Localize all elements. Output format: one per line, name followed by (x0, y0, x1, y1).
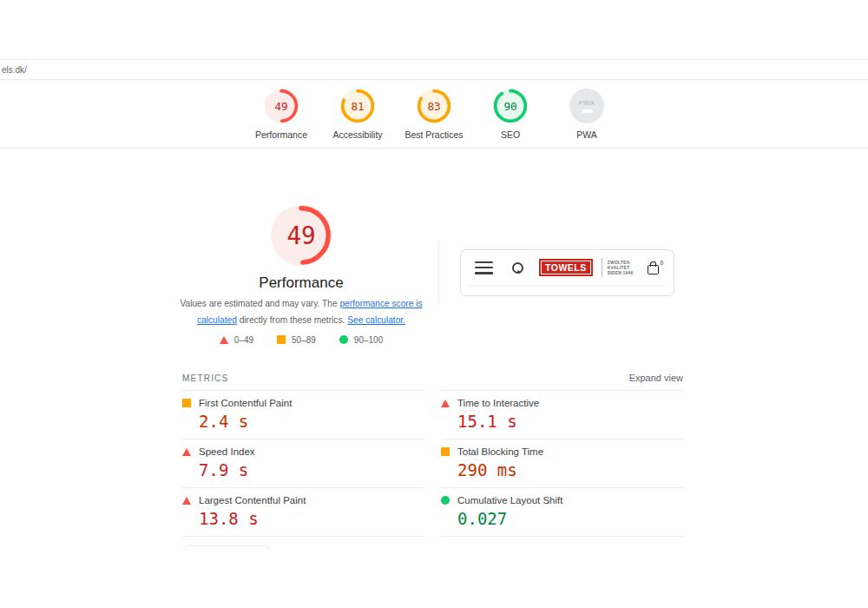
metric-value: 7.9 s (199, 460, 424, 479)
metric-value: 13.8 s (199, 509, 424, 528)
thumbnail-divider (602, 258, 602, 277)
performance-gauge-icon: 49 (264, 89, 299, 123)
fail-triangle-icon (220, 336, 228, 344)
metric-rating-icon (182, 497, 191, 505)
svg-text:83: 83 (427, 100, 440, 113)
accessibility-gauge-icon: 81 (340, 89, 375, 123)
legend-item-average: 50–89 (277, 335, 316, 345)
legend-range: 0–49 (234, 335, 253, 345)
metric-rating-icon (182, 399, 191, 407)
metric-value: 15.1 s (457, 412, 683, 431)
hamburger-menu-icon (475, 261, 493, 274)
pass-circle-icon (339, 335, 348, 344)
metric-rating-icon (441, 447, 450, 456)
svg-text:49: 49 (286, 221, 315, 250)
metric-value: 290 ms (457, 460, 683, 479)
towels-logo-text: TOWELS (541, 261, 591, 274)
metric-total-blocking-time: Total Blocking Time 290 ms (441, 439, 683, 487)
column-divider (438, 241, 439, 304)
metrics-grid: First Contentful Paint 2.4 s Speed Index… (182, 390, 683, 537)
gauge-label: SEO (501, 129, 520, 140)
svg-text:90: 90 (503, 100, 516, 113)
metrics-heading: METRICS (182, 373, 228, 383)
average-square-icon (277, 335, 286, 344)
search-icon (512, 262, 523, 273)
metric-label: First Contentful Paint (199, 398, 292, 408)
metric-rating-icon (441, 496, 450, 505)
seo-gauge-icon: 90 (493, 89, 528, 123)
performance-score-gauge-icon: 49 (270, 204, 332, 267)
metric-label: Largest Contentful Paint (199, 495, 306, 506)
score-legend: 0–49 50–89 90–100 (182, 334, 420, 346)
metric-speed-index: Speed Index 7.9 s (182, 439, 424, 487)
metric-label: Cumulative Layout Shift (457, 495, 562, 506)
metrics-column-right: Time to Interactive 15.1 s Total Blockin… (441, 390, 683, 537)
gauge-performance[interactable]: 49 Performance (243, 80, 319, 148)
site-tagline: ZWOLTEX- KVALITET SIDEN 1946 (608, 260, 634, 275)
metric-cumulative-layout-shift: Cumulative Layout Shift 0.027 (441, 487, 683, 537)
metric-label: Time to Interactive (457, 398, 539, 408)
gauge-label: Performance (255, 129, 307, 140)
gauge-label: PWA (576, 129, 597, 140)
towels-logo: TOWELS (539, 259, 593, 276)
metric-time-to-interactive: Time to Interactive 15.1 s (441, 390, 683, 439)
metrics-header: METRICS Expand view (182, 373, 683, 383)
gauge-pwa[interactable]: PWA PWA (549, 80, 625, 148)
page-screenshot-thumbnail: TOWELS ZWOLTEX- KVALITET SIDEN 1946 0 (460, 249, 674, 296)
report-url-bar: els.dk/ (0, 59, 868, 80)
report-url: els.dk/ (2, 65, 27, 75)
cart-bag-icon: 0 (648, 265, 659, 274)
metric-label: Total Blocking Time (457, 446, 543, 457)
gauge-accessibility[interactable]: 81 Accessibility (319, 80, 396, 148)
gauge-label: Accessibility (332, 129, 382, 140)
best-practices-gauge-icon: 83 (417, 89, 451, 123)
expand-view-button[interactable]: Expand view (629, 373, 683, 383)
legend-range: 90–100 (354, 335, 383, 345)
summary-text: Values are estimated and may vary. The (180, 299, 339, 308)
pwa-badge-text: PWA (578, 99, 595, 107)
legend-range: 50–89 (292, 335, 316, 345)
metric-value: 0.027 (457, 509, 683, 528)
metric-value: 2.4 s (199, 412, 424, 431)
metrics-column-left: First Contentful Paint 2.4 s Speed Index… (182, 390, 424, 537)
cart-count: 0 (660, 260, 663, 266)
category-scores-row: 49 Performance 81 Accessibility 83 Best … (0, 80, 868, 149)
metric-largest-contentful-paint: Largest Contentful Paint 13.8 s (182, 487, 424, 537)
metric-first-contentful-paint: First Contentful Paint 2.4 s (182, 390, 424, 439)
pwa-badge-icon: PWA (569, 89, 604, 123)
metric-rating-icon (182, 448, 191, 456)
gauge-best-practices[interactable]: 83 Best Practices (396, 80, 472, 148)
tagline-line: SIDEN 1946 (608, 270, 634, 275)
svg-text:49: 49 (274, 100, 287, 113)
performance-summary: Values are estimated and may vary. The p… (179, 296, 424, 329)
legend-item-pass: 90–100 (339, 335, 383, 345)
svg-text:81: 81 (351, 100, 364, 113)
summary-text: directly from these metrics. (237, 315, 347, 325)
metric-rating-icon (441, 400, 450, 407)
thumbnail-site-header: TOWELS ZWOLTEX- KVALITET SIDEN 1946 0 (469, 250, 666, 286)
gauge-seo[interactable]: 90 SEO (472, 80, 549, 148)
performance-score-gauge: 49 (270, 204, 332, 267)
see-calculator-link[interactable]: See calculator. (347, 315, 405, 325)
performance-section-title: Performance (182, 274, 420, 292)
pwa-dash-icon (582, 109, 593, 113)
metric-label: Speed Index (199, 446, 255, 457)
gauge-label: Best Practices (404, 129, 463, 140)
legend-item-fail: 0–49 (220, 335, 253, 345)
cutoff-element (184, 545, 270, 551)
